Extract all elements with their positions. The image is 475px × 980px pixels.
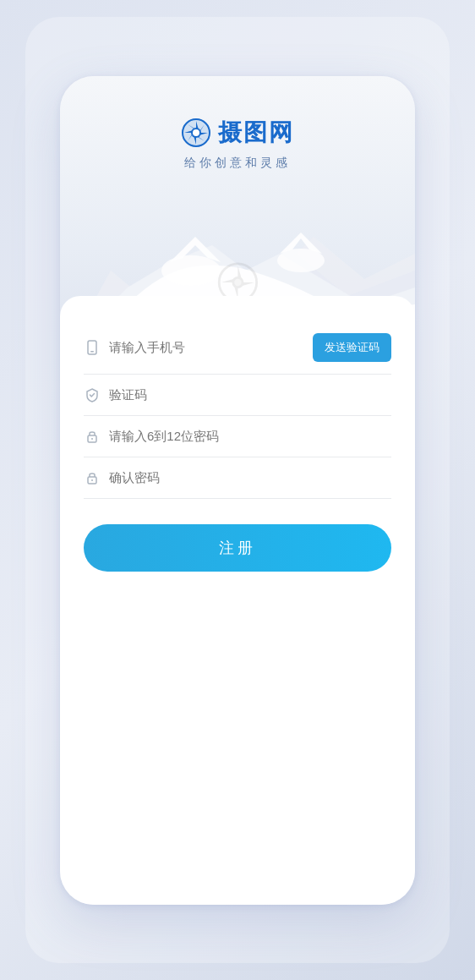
- svg-point-1: [277, 249, 325, 272]
- password-input[interactable]: [109, 429, 391, 443]
- shield-icon: [84, 386, 101, 403]
- svg-rect-10: [90, 351, 94, 353]
- brand-name: 摄图网: [218, 117, 294, 149]
- captcha-input[interactable]: [109, 387, 391, 402]
- svg-rect-9: [88, 341, 96, 354]
- phone-frame: 摄图网 给你创意和灵感 699pic.com: [60, 76, 415, 905]
- confirm-password-field: [84, 457, 391, 499]
- brand-subtitle: 给你创意和灵感: [184, 156, 291, 171]
- svg-point-5: [193, 129, 199, 136]
- confirm-password-input[interactable]: [109, 470, 391, 485]
- lock-confirm-icon: [84, 469, 101, 486]
- svg-point-14: [91, 479, 93, 481]
- phone-icon: [84, 339, 101, 356]
- register-button[interactable]: 注册: [84, 524, 391, 572]
- svg-point-12: [91, 438, 93, 440]
- form-card: 发送验证码: [60, 296, 415, 905]
- phone-input[interactable]: [109, 340, 304, 354]
- svg-point-0: [161, 255, 221, 286]
- lock-icon: [84, 428, 101, 445]
- captcha-field: [84, 375, 391, 416]
- logo-row: 摄图网: [181, 117, 294, 149]
- camera-aperture-icon: [181, 118, 211, 148]
- svg-point-8: [234, 278, 241, 285]
- send-code-button[interactable]: 发送验证码: [313, 333, 391, 362]
- password-field: [84, 416, 391, 457]
- logo-area: 摄图网 给你创意和灵感: [181, 117, 294, 171]
- phone-field-row: 发送验证码: [84, 321, 391, 375]
